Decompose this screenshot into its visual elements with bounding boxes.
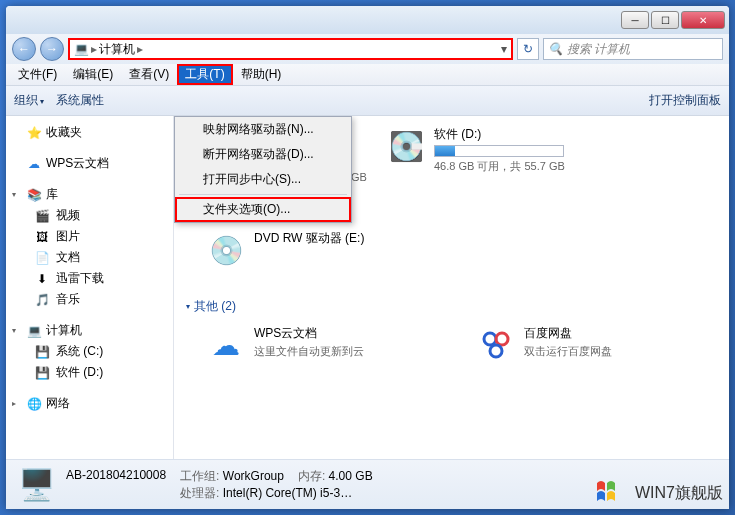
toolbar-sysprops[interactable]: 系统属性 xyxy=(56,92,104,109)
network-icon: 🌐 xyxy=(26,396,42,412)
cloud-icon: ☁ xyxy=(206,325,246,365)
content-area: 映射网络驱动器(N)... 断开网络驱动器(D)... 打开同步中心(S)...… xyxy=(174,116,729,459)
watermark: WIN7旗舰版 xyxy=(595,479,723,507)
dropdown-sync-center[interactable]: 打开同步中心(S)... xyxy=(175,167,351,192)
close-button[interactable]: ✕ xyxy=(681,11,725,29)
body: ⭐收藏夹 ☁WPS云文档 ▾📚库 🎬视频 🖼图片 📄文档 ⬇迅雷下载 🎵音乐 ▾… xyxy=(6,116,729,459)
video-icon: 🎬 xyxy=(34,208,50,224)
toolbar-ctrlpanel[interactable]: 打开控制面板 xyxy=(649,92,721,109)
svg-point-1 xyxy=(496,333,508,345)
menu-help[interactable]: 帮助(H) xyxy=(233,64,290,85)
breadcrumb[interactable]: 💻 ▸ 计算机 ▸ ▾ xyxy=(68,38,513,60)
computer-icon: 💻 xyxy=(26,323,42,339)
search-input[interactable]: 🔍 搜索 计算机 xyxy=(543,38,723,60)
breadcrumb-sep: ▸ xyxy=(137,42,143,56)
breadcrumb-root[interactable]: 计算机 xyxy=(99,41,135,58)
drive-icon: 💾 xyxy=(34,365,50,381)
refresh-button[interactable]: ↻ xyxy=(517,38,539,60)
picture-icon: 🖼 xyxy=(34,229,50,245)
tools-dropdown: 映射网络驱动器(N)... 断开网络驱动器(D)... 打开同步中心(S)...… xyxy=(174,116,352,223)
svg-point-2 xyxy=(490,345,502,357)
drive-name: 软件 (D:) xyxy=(434,126,626,143)
library-icon: 📚 xyxy=(26,187,42,203)
search-icon: 🔍 xyxy=(548,42,563,56)
toolbar-organize[interactable]: 组织▾ xyxy=(14,92,44,109)
sidebar-wps[interactable]: ☁WPS云文档 xyxy=(6,153,173,174)
sidebar-favorites[interactable]: ⭐收藏夹 xyxy=(6,122,173,143)
explorer-window: ─ ☐ ✕ ← → 💻 ▸ 计算机 ▸ ▾ ↻ 🔍 搜索 计算机 文件(F) 编… xyxy=(6,6,729,509)
dropdown-disconnect-drive[interactable]: 断开网络驱动器(D)... xyxy=(175,142,351,167)
other-baidu[interactable]: 百度网盘 双击运行百度网盘 xyxy=(476,325,716,365)
menu-file[interactable]: 文件(F) xyxy=(10,64,65,85)
sidebar-libraries[interactable]: ▾📚库 xyxy=(6,184,173,205)
menu-edit[interactable]: 编辑(E) xyxy=(65,64,121,85)
dropdown-folder-options[interactable]: 文件夹选项(O)... xyxy=(175,197,351,222)
sidebar-item-drive-d[interactable]: 💾软件 (D:) xyxy=(6,362,173,383)
navbar: ← → 💻 ▸ 计算机 ▸ ▾ ↻ 🔍 搜索 计算机 xyxy=(6,34,729,64)
search-placeholder: 搜索 计算机 xyxy=(567,41,630,58)
titlebar: ─ ☐ ✕ xyxy=(6,6,729,34)
breadcrumb-sep: ▸ xyxy=(91,42,97,56)
sidebar-item-drive-c[interactable]: 💾系统 (C:) xyxy=(6,341,173,362)
dvd-drive[interactable]: 💿 DVD RW 驱动器 (E:) xyxy=(206,230,446,270)
windows-flag-icon xyxy=(595,479,629,507)
document-icon: 📄 xyxy=(34,250,50,266)
toolbar: 组织▾ 系统属性 打开控制面板 xyxy=(6,86,729,116)
download-icon: ⬇ xyxy=(34,271,50,287)
minimize-button[interactable]: ─ xyxy=(621,11,649,29)
maximize-button[interactable]: ☐ xyxy=(651,11,679,29)
computer-icon: 💻 xyxy=(74,42,89,56)
star-icon: ⭐ xyxy=(26,125,42,141)
forward-button[interactable]: → xyxy=(40,37,64,61)
breadcrumb-dropdown-icon[interactable]: ▾ xyxy=(501,42,507,56)
dropdown-separator xyxy=(179,194,347,195)
sidebar-item-documents[interactable]: 📄文档 xyxy=(6,247,173,268)
sidebar-item-music[interactable]: 🎵音乐 xyxy=(6,289,173,310)
menu-tools[interactable]: 工具(T) xyxy=(177,64,232,85)
sidebar-computer[interactable]: ▾💻计算机 xyxy=(6,320,173,341)
cloud-icon: ☁ xyxy=(26,156,42,172)
other-wps[interactable]: ☁ WPS云文档 这里文件自动更新到云 xyxy=(206,325,446,365)
sidebar-item-pictures[interactable]: 🖼图片 xyxy=(6,226,173,247)
drive-icon: 💽 xyxy=(386,126,426,166)
dropdown-map-drive[interactable]: 映射网络驱动器(N)... xyxy=(175,117,351,142)
back-button[interactable]: ← xyxy=(12,37,36,61)
baidu-icon xyxy=(476,325,516,365)
drive-usage-bar xyxy=(434,145,564,157)
status-computer-name: AB-201804210008 xyxy=(66,468,166,485)
sidebar: ⭐收藏夹 ☁WPS云文档 ▾📚库 🎬视频 🖼图片 📄文档 ⬇迅雷下载 🎵音乐 ▾… xyxy=(6,116,174,459)
drive-space: 46.8 GB 可用，共 55.7 GB xyxy=(434,159,626,174)
music-icon: 🎵 xyxy=(34,292,50,308)
sidebar-network[interactable]: ▸🌐网络 xyxy=(6,393,173,414)
sidebar-item-thunder[interactable]: ⬇迅雷下载 xyxy=(6,268,173,289)
section-other[interactable]: ▾其他 (2) xyxy=(186,292,717,321)
dvd-icon: 💿 xyxy=(206,230,246,270)
drive-icon: 💾 xyxy=(34,344,50,360)
menubar: 文件(F) 编辑(E) 查看(V) 工具(T) 帮助(H) xyxy=(6,64,729,86)
svg-point-0 xyxy=(484,333,496,345)
computer-icon: 🖥️ xyxy=(16,465,56,505)
drive-d[interactable]: 💽 软件 (D:) 46.8 GB 可用，共 55.7 GB xyxy=(386,126,626,174)
sidebar-item-video[interactable]: 🎬视频 xyxy=(6,205,173,226)
watermark-text: WIN7旗舰版 xyxy=(635,483,723,504)
menu-view[interactable]: 查看(V) xyxy=(121,64,177,85)
